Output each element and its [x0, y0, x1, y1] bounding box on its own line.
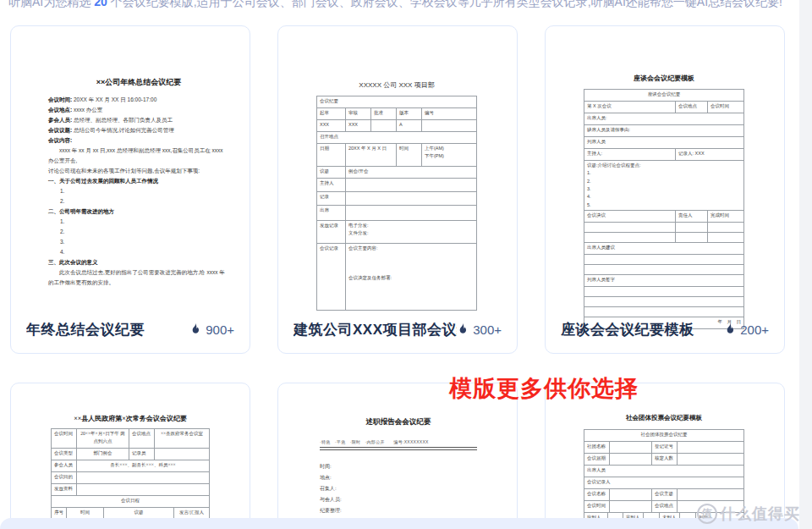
right-gutter: [799, 0, 812, 529]
doc-list-item: 1.: [48, 186, 229, 196]
table-row: 会议决议 责任人 完成时间: [584, 211, 744, 223]
table-cell-empty: [346, 179, 477, 192]
card-title: 年终总结会议纪要: [26, 320, 145, 339]
table-row: 缺席人员及请假事由:: [584, 125, 744, 137]
heat-count-label: 300+: [473, 322, 502, 337]
heat-count-label: 200+: [740, 322, 769, 337]
table-row: 会议记录 会议主要内容:会议决定及任务部署:: [317, 244, 477, 311]
doc-preview: ××公司年终总结会议纪要 会议时间: 20XX 年 XX 月 XX 日 16:0…: [48, 77, 229, 288]
doc-field: 时间:: [320, 461, 477, 472]
banner-text-prefix: 听脑AI为您精选: [8, 0, 91, 8]
table-cell: 会议纪要: [317, 96, 477, 108]
flame-icon: [189, 322, 201, 336]
table-row: 日期 20XX 年 X 月 X 日 时间 上午(AM)下午(PM): [317, 144, 477, 167]
doc-list-item: 1.: [48, 217, 229, 227]
table-row: [584, 233, 744, 243]
doc-section-heading: 二、公司明年需改进的地方: [48, 207, 229, 217]
table-row: 主持人:记录人: XXX: [584, 149, 744, 161]
doc-field: 参会人员: 总经理、副总经理、各部门负责人及员工: [48, 115, 229, 125]
table-row: 出席人员:: [584, 113, 744, 125]
table-row: 第 X 次会议 会议地点 会议时间: [584, 102, 744, 113]
card-title: 座谈会会议纪要模板: [561, 320, 694, 339]
table-cell-empty: [77, 484, 210, 496]
table-row: 发放资料: [52, 484, 210, 496]
card-footer: 座谈会会议纪要模板 200+: [546, 306, 784, 353]
table-cell-empty: [610, 489, 652, 501]
table-row: 会议日程: [52, 496, 210, 508]
table-cell-empty: [155, 449, 210, 460]
doc-title: ××县人民政府第×次常务会议会议纪要: [51, 414, 210, 423]
table-cell-empty: [678, 489, 744, 501]
table-cell-empty: [346, 206, 477, 221]
heat-count: 900+: [189, 322, 234, 337]
card-footer: 建筑公司XXX项目部会议纪... 300+: [278, 306, 517, 353]
doc-table: 座谈会会议纪要 第 X 次会议 会议地点 会议时间 出席人员: 缺席人员及请假事…: [584, 89, 744, 329]
doc-list-item: 4.: [48, 247, 229, 257]
table-row: 记录: [317, 192, 477, 206]
table-row: 发放记录 电子分发:文件分发:: [317, 221, 477, 244]
doc-title: 座谈会会议纪要模板: [584, 74, 744, 83]
table-cell-empty: [371, 120, 397, 132]
table-cell: 上午(AM)下午(PM): [422, 144, 477, 167]
flame-icon: [724, 322, 736, 336]
doc-list-item: 2.: [48, 227, 229, 237]
template-card-symposium[interactable]: 座谈会会议纪要模板 座谈会会议纪要 第 X 次会议 会议地点 会议时间 出席人员…: [545, 25, 785, 354]
doc-title: ××公司年终总结会议纪要: [48, 77, 229, 87]
doc-field: 会议内容:: [48, 135, 229, 146]
doc-table: 会议时间 20××年×月×日下午 两点到六点 会议地点 ××县政府常务会议室 会…: [51, 428, 210, 508]
intro-banner: 听脑AI为您精选20个会议纪要模版,适用于公司会议、部门会议、政府会议、学校会议…: [8, 0, 799, 10]
table-row: 参会人员县长×××、副县长×××、科员×××: [52, 460, 210, 472]
heat-count: 200+: [724, 322, 769, 337]
table-row: 会议记录人: [584, 477, 744, 489]
doc-title: 社会团体投票会议纪要模板: [584, 414, 744, 422]
template-card-construction-project[interactable]: XXXXX 公司 XXX 项目部 会议纪要 起草审核 批准版本 编号 XXXXX…: [277, 25, 518, 354]
promo-text: 模版更多供你选择: [449, 373, 639, 404]
table-row: 出席人员建议: [584, 243, 744, 255]
doc-divider: [320, 447, 477, 450]
doc-preview: 述职报告会会议纪要 ·特急 ·平急 ·限时 ·内部公开 编号:XXXXXXXX …: [320, 417, 477, 527]
card-footer: 年终总结会议纪要 900+: [11, 306, 250, 353]
table-row: 列席人员签字: [584, 275, 744, 287]
doc-field: 会议地点: xxxx 办公室: [48, 105, 229, 115]
doc-field: 地点:: [320, 472, 477, 483]
doc-title: XXXXX 公司 XXX 项目部: [316, 80, 477, 90]
template-card-county-government[interactable]: ××县人民政府第×次常务会议会议纪要 会议时间 20××年×月×日下午 两点到六…: [10, 383, 250, 529]
heat-count-label: 900+: [206, 322, 234, 337]
template-card-year-end-summary[interactable]: ××公司年终总结会议纪要 会议时间: 20XX 年 XX 月 XX 日 16:0…: [10, 25, 250, 354]
table-row: 出席人员: [584, 466, 744, 477]
heat-count: 300+: [457, 322, 502, 337]
smzdm-watermark: 值 什么值得买: [697, 504, 800, 524]
template-card-debriefing-report[interactable]: 述职报告会会议纪要 ·特急 ·平急 ·限时 ·内部公开 编号:XXXXXXXX …: [277, 383, 518, 529]
doc-field: 与会人员:: [320, 494, 477, 505]
table-row: 起草审核 批准版本 编号: [317, 108, 477, 120]
doc-field: 会议时间: 20XX 年 XX 月 XX 日 16:00-17:00: [48, 95, 229, 105]
doc-classification-line: ·特急 ·平急 ·限时 ·内部公开 编号:XXXXXXXX: [320, 439, 477, 444]
doc-list-item: 3.: [48, 237, 229, 247]
table-cell-empty: [610, 454, 652, 466]
doc-paragraph: 讨论公司现在和未来的各项工作计划等问题,会议年规划下事项:: [48, 166, 229, 176]
flame-icon: [457, 322, 469, 336]
doc-title: 述职报告会会议纪要: [320, 417, 477, 427]
table-cell: 电子分发:文件分发:: [346, 221, 477, 244]
table-row: [584, 255, 744, 265]
bottom-section-edge: [0, 518, 798, 529]
table-cell-empty: [422, 120, 477, 132]
table-cell-empty: [77, 472, 210, 484]
table-row: 座谈会会议纪要: [584, 90, 744, 102]
table-row: [584, 287, 744, 297]
table-row: 会议纪要: [317, 96, 477, 108]
table-row: 会议目的: [52, 472, 210, 484]
doc-table: 会议纪要 起草审核 批准版本 编号 XXXXXX A 召开地点 日期 20XX …: [316, 96, 477, 311]
card-title: 建筑公司XXX项目部会议纪...: [294, 320, 457, 339]
template-count: 20: [94, 0, 107, 8]
doc-field: 会议议题: 总结公司今年情况,讨论如何完善公司管理: [48, 125, 229, 135]
doc-field: 纪要整理:: [320, 505, 477, 516]
doc-paragraph: xxxx 年 xx 月 xx 日,xxx 总经理和副总经理 xxx,召集公司员工…: [48, 146, 229, 166]
doc-preview: ××县人民政府第×次常务会议会议纪要 会议时间 20××年×月×日下午 两点到六…: [51, 414, 210, 529]
table-row: [584, 265, 744, 275]
doc-preview: 座谈会会议纪要模板 座谈会会议纪要 第 X 次会议 会议地点 会议时间 出席人员…: [584, 74, 744, 329]
table-row: 召开地点: [317, 132, 477, 144]
doc-paragraph: 此次会议总结过去,更好的指出了公司需要改进完善的地方,给 xxxx 年的工作做出…: [48, 267, 229, 288]
doc-field: 召集人:: [320, 483, 477, 494]
table-cell: 会议主要内容:会议决定及任务部署:: [346, 244, 477, 311]
